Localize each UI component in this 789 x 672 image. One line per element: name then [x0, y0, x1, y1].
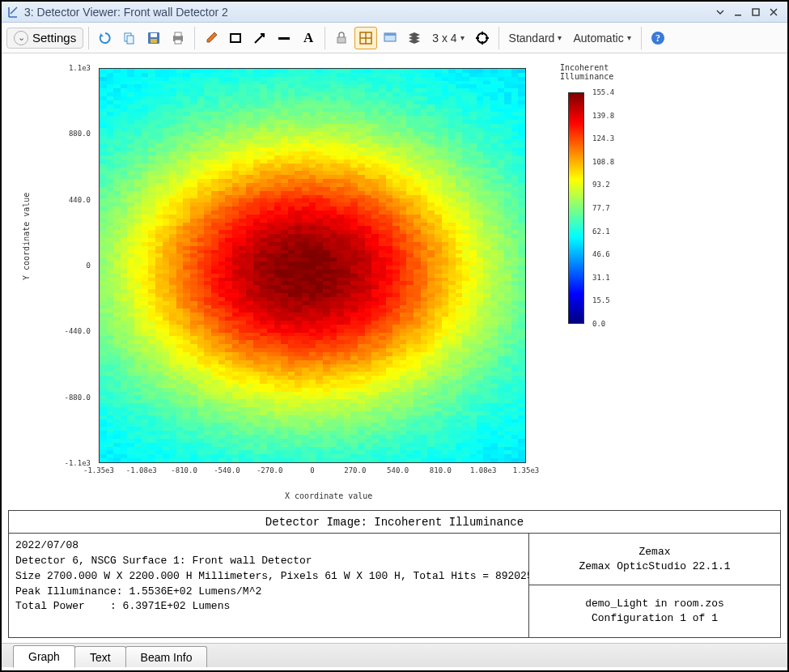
x-axis-label: X coordinate value [285, 491, 372, 500]
app-icon [6, 6, 19, 19]
refresh-button[interactable] [94, 27, 117, 49]
tab-beam-info[interactable]: Beam Info [125, 646, 208, 667]
help-button[interactable]: ? [647, 27, 669, 49]
auto-mode-dropdown[interactable]: Automatic▾ [568, 27, 635, 49]
window-title: 3: Detector Viewer: Front wall Detector … [24, 6, 228, 19]
lock-button[interactable] [330, 27, 353, 49]
info-header: Detector Image: Incoherent Illuminance [9, 511, 780, 534]
svg-rect-15 [384, 33, 396, 36]
svg-rect-1 [753, 9, 759, 15]
svg-rect-3 [127, 36, 134, 44]
info-meta: Zemax Zemax OpticStudio 22.1.1 demo_Ligh… [529, 534, 780, 637]
save-button[interactable] [142, 27, 165, 49]
info-file: demo_Light in room.zos Configuration 1 o… [529, 585, 780, 637]
svg-rect-11 [278, 37, 290, 40]
grid-size-dropdown[interactable]: 3 x 4▾ [427, 27, 469, 49]
line-button[interactable] [273, 27, 295, 49]
toolbar: ⌄ Settings A 3 x 4▾ Standard▾ Automatic▾… [2, 23, 787, 53]
copy-button[interactable] [118, 27, 141, 49]
dropdown-icon[interactable] [711, 5, 729, 19]
svg-rect-6 [151, 39, 157, 43]
close-button[interactable] [765, 5, 783, 19]
info-panel: Detector Image: Incoherent Illuminance 2… [8, 510, 781, 638]
tab-graph[interactable]: Graph [13, 645, 75, 668]
maximize-button[interactable] [747, 5, 765, 19]
info-software: Zemax Zemax OpticStudio 22.1.1 [529, 534, 780, 585]
y-axis-label: Y coordinate value [22, 193, 31, 280]
info-details: 2022/07/08 Detector 6, NSCG Surface 1: F… [9, 534, 529, 637]
svg-rect-5 [151, 33, 157, 37]
svg-text:?: ? [655, 32, 660, 44]
colorbar [568, 92, 584, 324]
heatmap[interactable] [99, 68, 526, 463]
svg-rect-0 [735, 15, 741, 16]
window-options-button[interactable] [379, 27, 401, 49]
minimize-button[interactable] [729, 5, 747, 19]
title-bar: 3: Detector Viewer: Front wall Detector … [2, 2, 787, 23]
tab-strip: Graph Text Beam Info [2, 643, 787, 667]
rectangle-button[interactable] [224, 27, 247, 49]
grid-view-button[interactable] [354, 27, 377, 49]
stack-button[interactable] [403, 27, 426, 49]
tab-text[interactable]: Text [74, 646, 126, 667]
arrow-button[interactable] [248, 27, 271, 49]
target-button[interactable] [471, 27, 494, 49]
settings-button[interactable]: ⌄ Settings [6, 28, 83, 49]
eyedropper-button[interactable] [200, 27, 223, 49]
chevron-down-icon: ⌄ [14, 31, 28, 45]
plot-area: Y coordinate value 1.1e3880.0440.00-440.… [2, 53, 787, 507]
settings-label: Settings [32, 31, 76, 45]
print-button[interactable] [167, 27, 189, 49]
x-axis-ticks: -1.35e3-1.08e3-810.0-540.0-270.00270.054… [99, 466, 526, 478]
zoom-mode-dropdown[interactable]: Standard▾ [504, 27, 567, 49]
y-axis-ticks: 1.1e3880.0440.00-440.0-880.0-1.1e3 [60, 68, 95, 463]
svg-rect-9 [175, 40, 181, 44]
svg-rect-12 [337, 37, 346, 43]
colorbar-title: Incoherent Illuminance [560, 63, 613, 81]
text-button[interactable]: A [297, 27, 320, 49]
svg-rect-10 [231, 34, 240, 42]
colorbar-ticks: 155.4139.8124.3108.893.277.762.146.631.1… [589, 92, 638, 324]
svg-rect-8 [175, 32, 181, 36]
